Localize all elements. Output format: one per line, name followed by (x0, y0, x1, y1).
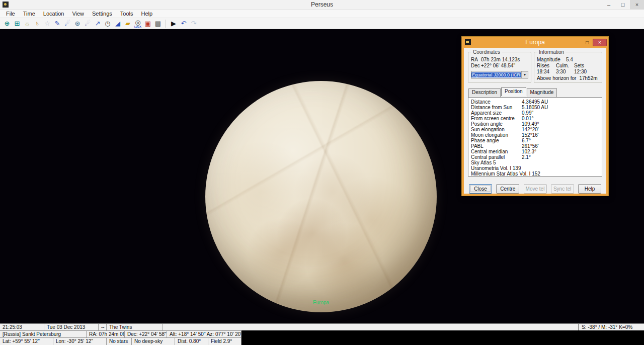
coordinate-frame-value: Equatorial J2000.0 (ICRS) (471, 72, 521, 77)
window-title: Perseus (0, 1, 644, 8)
menu-help[interactable]: Help (137, 10, 156, 17)
meteor-icon[interactable]: ☄ (83, 19, 93, 29)
menu-location[interactable]: Location (39, 10, 68, 17)
menu-file[interactable]: File (2, 10, 19, 17)
europa-moon[interactable] (205, 81, 437, 312)
rises-value: 18:34 (537, 69, 556, 75)
tab-magnitude[interactable]: Magnitude (527, 88, 557, 97)
lock-label: LOCK (134, 26, 141, 28)
status-dash: -- (99, 324, 107, 330)
print-icon[interactable]: ▤ (153, 19, 163, 29)
culm-value: 3:30 (556, 69, 574, 75)
status-altaz: Alt: +18° 14' 50" Az: 077° 10' 20" (167, 330, 242, 337)
title-bar: Perseus – □ × (0, 0, 644, 10)
zoom-in-icon[interactable]: ⊕ (2, 19, 12, 29)
list-item: PABL261°56' (468, 143, 602, 149)
status-location: [Russia] Sankt Petersburg (0, 330, 87, 337)
dialog-minimize-button[interactable]: – (571, 39, 582, 46)
toolbar: ⊕ ⊞ ☼ ♄ ☆ ✎ ☄ ⊛ ☄ ↗ ◷ ◢ ▰ ◎ LOCK ▣ ▤ ▶ ↶… (0, 18, 644, 29)
dialog-maximize-button[interactable]: □ (582, 39, 593, 46)
dec-value: +22° 06' 48.54" (481, 63, 515, 69)
dialog-close-icon[interactable]: × (593, 39, 607, 46)
status-filler (163, 324, 579, 330)
status-ra: RA: 07h 24m 06s (87, 330, 125, 337)
daylight-icon[interactable]: ☼ (22, 19, 32, 29)
menu-bar: File Time Location View Settings Tools H… (0, 10, 644, 18)
status-sun-moon: S: -38° / M: -31° K=0% (579, 324, 644, 330)
status-row-3: Lat: +59° 55' 12" Lon: -30° 25' 12" No s… (0, 337, 644, 345)
coordinates-group-label: Coordinates (471, 49, 502, 55)
status-dec: Dec: +22° 04' 58" (125, 330, 167, 337)
status-area: 21:25:03 Tue 03 Dec 2013 -- The Twins S:… (0, 323, 644, 345)
status-constellation: The Twins (107, 324, 163, 330)
menu-settings[interactable]: Settings (88, 10, 116, 17)
planet-icon[interactable]: ♄ (32, 19, 42, 29)
menu-tools[interactable]: Tools (116, 10, 137, 17)
list-item: Central parallel2.1° (468, 154, 602, 160)
status-date: Tue 03 Dec 2013 (44, 324, 99, 330)
stars-icon[interactable]: ☆ (42, 19, 52, 29)
status-field: Field 2.9° (208, 337, 242, 345)
object-label: Europa (296, 300, 346, 305)
europa-dialog: Europa – □ × Coordinates RA 07h 23m 14.1… (461, 36, 609, 196)
list-item: Position angle109.49° (468, 121, 602, 127)
dialog-title-bar[interactable]: Europa – □ × (462, 37, 608, 48)
pointer-tool-icon[interactable]: ✎ (52, 19, 62, 29)
comet-icon[interactable]: ☄ (62, 19, 72, 29)
close-button[interactable]: × (630, 0, 644, 10)
undo-icon[interactable]: ↶ (179, 19, 189, 29)
screen-icon[interactable]: ▣ (143, 19, 153, 29)
close-dialog-button[interactable]: Close (469, 184, 492, 194)
chevron-down-icon[interactable]: ▾ (521, 71, 528, 78)
status-row-1: 21:25:03 Tue 03 Dec 2013 -- The Twins S:… (0, 323, 644, 330)
telescope-lock-icon[interactable]: ◎ LOCK (133, 19, 143, 29)
status-time: 21:25:03 (0, 324, 44, 330)
status-row-2: [Russia] Sankt Petersburg RA: 07h 24m 06… (0, 330, 644, 337)
list-item: Millennium Star Atlas Vol. I 152 (468, 171, 602, 177)
coordinate-frame-select[interactable]: Equatorial J2000.0 (ICRS) ▾ (471, 71, 528, 78)
rises-label: Rises (537, 63, 556, 69)
status-lon: Lon: -30° 25' 12" (53, 337, 107, 345)
position-list[interactable]: Distance4.36495 AU Distance from Sun5.18… (468, 97, 602, 177)
direction-icon[interactable]: ↗ (93, 19, 103, 29)
telescope-glyph: ◎ (135, 20, 140, 26)
move-tel-button: Move tel (524, 184, 547, 194)
list-item: Uranometria Vol. I 139 (468, 165, 602, 171)
play-icon[interactable]: ▶ (169, 19, 179, 29)
sync-tel-button: Sync tel (551, 184, 574, 194)
ra-label: RA (471, 57, 481, 63)
perseus-app-window: Perseus – □ × File Time Location View Se… (0, 0, 644, 345)
list-item: Central meridian102.3° (468, 149, 602, 154)
list-item: Sun elongation142°20' (468, 127, 602, 132)
zoom-region-icon[interactable]: ⊞ (12, 19, 22, 29)
list-item: Distance from Sun5.18050 AU (468, 105, 602, 110)
dialog-body: Coordinates RA 07h 23m 14.123s Dec +22° … (464, 48, 606, 194)
dialog-tabs: Description Position Magnitude (468, 88, 602, 97)
minimize-button[interactable]: – (602, 0, 616, 10)
information-group-label: Information (537, 49, 566, 55)
redo-icon[interactable]: ↷ (189, 19, 199, 29)
coordinates-group: Coordinates RA 07h 23m 14.123s Dec +22° … (468, 52, 531, 83)
list-item: Moon elongation152°16' (468, 132, 602, 138)
help-button[interactable]: Help (578, 184, 601, 194)
menu-view[interactable]: View (68, 10, 88, 17)
time-icon[interactable]: ◷ (103, 19, 113, 29)
tab-position[interactable]: Position (501, 87, 526, 96)
list-item: Distance4.36495 AU (468, 99, 602, 105)
toolbar-separator (166, 20, 166, 28)
sets-value: 12:30 (574, 69, 592, 75)
status-lat: Lat: +59° 55' 12" (0, 337, 53, 345)
sets-label: Sets (574, 63, 592, 69)
list-item: Sky Atlas 5 (468, 160, 602, 165)
status-dist: Dist. 0.80° (175, 337, 208, 345)
horizon-icon[interactable]: ▰ (123, 19, 133, 29)
restore-button[interactable]: □ (616, 0, 630, 10)
tab-description[interactable]: Description (468, 88, 501, 97)
coordinate-grid-icon[interactable]: ⊛ (72, 19, 83, 29)
centre-button[interactable]: Centre (496, 184, 519, 194)
magnitude-value: 5.4 (566, 57, 573, 63)
culm-label: Culm. (556, 63, 574, 69)
field-of-view-icon[interactable]: ◢ (113, 19, 123, 29)
menu-time[interactable]: Time (19, 10, 39, 17)
dec-label: Dec (471, 63, 481, 69)
